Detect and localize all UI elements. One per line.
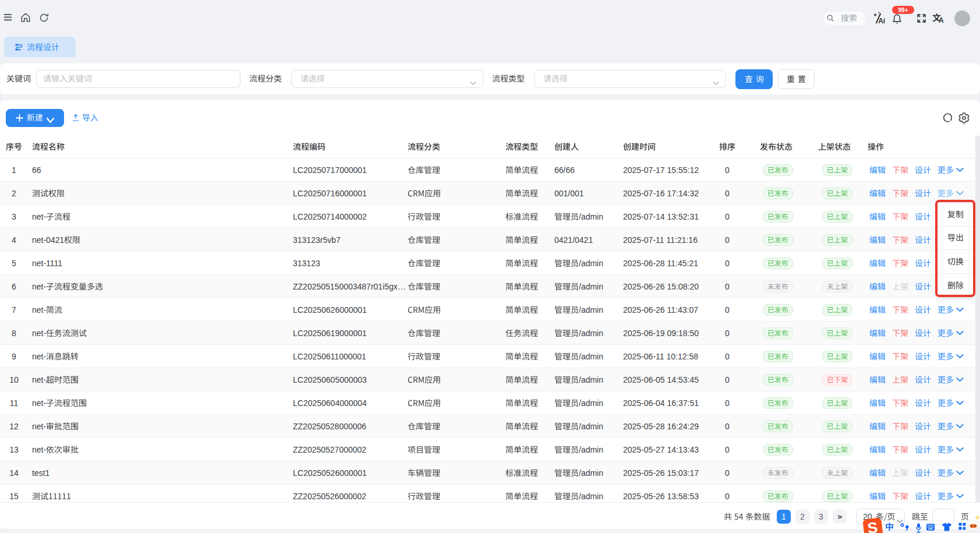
svg-text:Ai: Ai xyxy=(878,17,885,24)
